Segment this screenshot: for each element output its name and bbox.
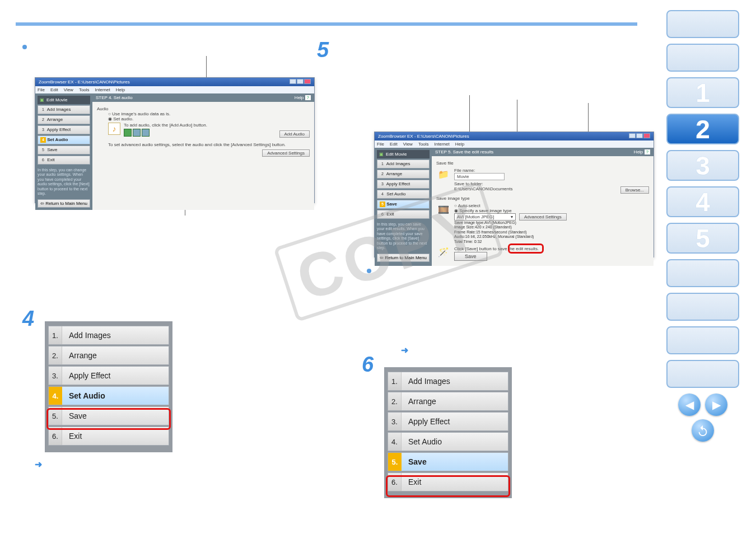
w1-step-2[interactable]: 2 Arrange — [38, 115, 90, 124]
w2-step-5[interactable]: 5 Save — [377, 200, 430, 209]
win2-content: STEP 5. Save the edit resultsHelp ? Save… — [432, 148, 654, 266]
menu2-internet[interactable]: Internet — [435, 142, 450, 147]
step-number-6: 6 — [362, 353, 374, 377]
nav-chapter-2[interactable]: 2 — [666, 114, 739, 144]
screenshot-set-audio: ZoomBrowser EX - E:\Users\CANON\Pictures… — [35, 77, 315, 203]
w2-side-text: In this step, you can save your edit res… — [377, 222, 430, 250]
menu2-tools[interactable]: Tools — [418, 142, 429, 147]
sm6-add-images[interactable]: 1.Add Images — [388, 372, 508, 391]
sm4-arrange[interactable]: 2.Arrange — [48, 346, 169, 365]
w1-side-text: In this step, you can change your audio … — [38, 168, 90, 196]
nav-chapter-5[interactable]: 5 — [666, 223, 739, 254]
nav-blank-4[interactable] — [666, 293, 739, 321]
save-info: Save image type:AVI (MotionJPEG) Image S… — [454, 221, 649, 244]
sm6-apply-effect[interactable]: 3.Apply Effect — [388, 412, 508, 431]
w2-return[interactable]: ⇦ Return to Main Menu — [377, 254, 430, 262]
menu-view[interactable]: View — [64, 87, 73, 92]
menu-edit[interactable]: Edit — [50, 87, 58, 92]
filename-label: File name: — [454, 168, 475, 173]
filename-input[interactable]: Movie — [454, 173, 505, 180]
menu2-edit[interactable]: Edit — [390, 142, 398, 147]
right-nav: 1 2 3 4 5 ◀ ▶ — [666, 10, 739, 442]
advanced-settings-button[interactable]: Advanced Settings — [262, 149, 310, 157]
nav-blank-6[interactable] — [666, 360, 739, 388]
save-wizard-icon: 🪄 — [436, 246, 451, 259]
film-icon: 🎞️ — [436, 203, 451, 216]
menu-help[interactable]: Help — [116, 87, 125, 92]
screenshot-save: ZoomBrowser EX - E:\Users\CANON\Pictures… — [374, 132, 654, 257]
bullet-2 — [367, 269, 371, 273]
top-rule — [16, 22, 637, 26]
saveto-label: Save to folder: — [454, 181, 483, 186]
bullet-1 — [22, 45, 27, 49]
saveto-path: E:\Users\CANON\Documents — [454, 186, 512, 191]
back-button[interactable] — [692, 419, 714, 442]
audio-stop-icon[interactable] — [133, 129, 141, 137]
step-number-4: 4 — [22, 307, 34, 331]
advanced-note: To set advanced audio settings, select t… — [108, 142, 310, 147]
menu2-file[interactable]: File — [377, 142, 384, 147]
menu2-view[interactable]: View — [403, 142, 413, 147]
sm4-apply-effect[interactable]: 3.Apply Effect — [48, 366, 169, 385]
w2-step-2[interactable]: 2 Arrange — [377, 170, 430, 179]
sm4-save[interactable]: 5.Save — [48, 406, 169, 425]
nav-blank-2[interactable] — [666, 44, 739, 72]
add-audio-note: To add audio, click the [Add Audio] butt… — [124, 123, 276, 128]
next-page-button[interactable]: ▶ — [705, 394, 727, 416]
w2-step-6[interactable]: 6 Exit — [377, 210, 430, 219]
nav-chapter-3[interactable]: 3 — [666, 150, 739, 181]
audio-play-icon[interactable] — [124, 129, 132, 137]
step4-menu: 1.Add Images 2.Arrange 3.Apply Effect 4.… — [45, 321, 172, 452]
save-advanced-button[interactable]: Advanced Settings — [519, 213, 567, 221]
win1-sidebar: ▣Edit Movie 1 Add Images 2 Arrange 3 App… — [35, 93, 92, 210]
nav-blank-1[interactable] — [666, 10, 739, 38]
sm6-exit[interactable]: 6.Exit — [388, 472, 508, 491]
sm6-arrange[interactable]: 2.Arrange — [388, 392, 508, 411]
win1-titlebar: ZoomBrowser EX - E:\Users\CANON\Pictures — [35, 78, 314, 86]
w2-step-3[interactable]: 3 Apply Effect — [377, 180, 430, 189]
win2-stepbar: STEP 5. Save the edit resultsHelp ? — [432, 148, 654, 156]
prev-page-button[interactable]: ◀ — [678, 394, 701, 416]
win2-menubar: File Edit View Tools Internet Help — [375, 140, 654, 148]
browse-button[interactable]: Browse... — [620, 186, 649, 194]
nav-blank-3[interactable] — [666, 259, 739, 287]
menu2-help[interactable]: Help — [455, 142, 464, 147]
win1-content: STEP 4. Set audioHelp ? Audio ○ Use imag… — [92, 93, 314, 210]
sm4-exit[interactable]: 6.Exit — [48, 427, 169, 446]
radio-specify[interactable]: ◉ Specify a save image type — [454, 208, 649, 213]
w2-step-1[interactable]: 1 Add Images — [377, 160, 430, 168]
w1-step-6[interactable]: 6 Exit — [38, 156, 90, 165]
w1-step-4[interactable]: 4 Set Audio — [38, 135, 90, 144]
music-note-icon: ♪ — [108, 123, 120, 135]
win1-controls — [289, 79, 311, 85]
radio-auto[interactable]: ○ Auto-select — [454, 203, 649, 208]
radio-keep-audio[interactable]: ○ Use image's audio data as is. — [108, 111, 310, 116]
radio-set-audio[interactable]: ◉ Set audio. — [108, 116, 310, 121]
win1-side-header: ▣Edit Movie — [38, 96, 90, 104]
w1-return[interactable]: ⇦ Return to Main Menu — [38, 199, 90, 208]
menu-tools[interactable]: Tools — [79, 87, 90, 92]
w1-step-1[interactable]: 1 Add Images — [38, 105, 90, 114]
nav-chapter-1[interactable]: 1 — [666, 77, 739, 108]
w1-step-5[interactable]: 5 Save — [38, 146, 90, 154]
arrow-step5: ➜ — [401, 345, 408, 355]
win2-title: ZoomBrowser EX - E:\Users\CANON\Pictures — [378, 134, 469, 139]
win2-titlebar: ZoomBrowser EX - E:\Users\CANON\Pictures — [375, 132, 654, 140]
menu-file[interactable]: File — [38, 87, 45, 92]
audio-pause-icon[interactable] — [142, 129, 150, 137]
save-button[interactable]: Save — [454, 252, 487, 261]
win2-side-header: ▣Edit Movie — [377, 150, 430, 158]
menu-internet[interactable]: Internet — [95, 87, 110, 92]
w2-step-4[interactable]: 4 Set Audio — [377, 190, 430, 199]
win1-title: ZoomBrowser EX - E:\Users\CANON\Pictures — [39, 79, 130, 85]
sm6-save[interactable]: 5.Save — [388, 452, 508, 471]
add-audio-button[interactable]: Add Audio — [279, 130, 310, 138]
sm6-set-audio[interactable]: 4.Set Audio — [388, 432, 508, 451]
sm4-set-audio[interactable]: 4.Set Audio — [48, 386, 169, 405]
save-type-dropdown[interactable]: AVI [Motion JPEG]▾ — [454, 213, 516, 221]
win1-stepbar: STEP 4. Set audioHelp ? — [92, 93, 314, 102]
w1-step-3[interactable]: 3 Apply Effect — [38, 125, 90, 134]
nav-chapter-4[interactable]: 4 — [666, 186, 739, 217]
nav-blank-5[interactable] — [666, 326, 739, 354]
sm4-add-images[interactable]: 1.Add Images — [48, 326, 169, 345]
